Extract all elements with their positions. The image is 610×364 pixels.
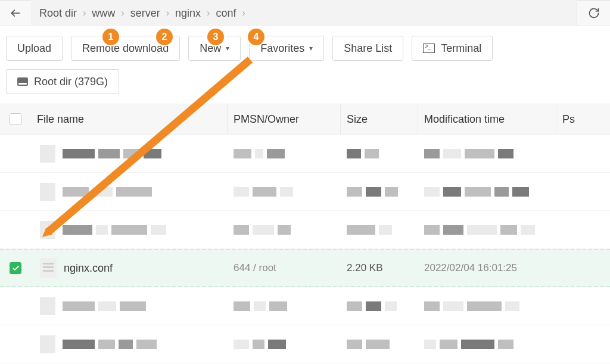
chevron-right-icon: › bbox=[166, 8, 169, 18]
breadcrumb-item-nginx[interactable]: nginx bbox=[173, 7, 203, 20]
table-row[interactable] bbox=[0, 173, 610, 211]
chevron-right-icon: › bbox=[207, 8, 210, 18]
file-mtime: 2022/02/04 16:01:25 bbox=[418, 262, 556, 274]
remote-download-label: Remote download bbox=[82, 42, 169, 55]
file-icon bbox=[40, 258, 57, 278]
col-filename[interactable]: File name bbox=[31, 104, 228, 135]
chevron-right-icon: › bbox=[242, 8, 245, 18]
share-list-button[interactable]: Share List bbox=[332, 36, 403, 61]
breadcrumb-item-conf[interactable]: conf bbox=[213, 7, 238, 20]
col-mtime[interactable]: Modification time bbox=[418, 104, 556, 135]
col-ps[interactable]: Ps bbox=[556, 104, 610, 135]
breadcrumb: Root dir › www › server › nginx › conf › bbox=[31, 0, 577, 26]
refresh-icon bbox=[588, 7, 600, 19]
annotation-badge-2: 2 bbox=[156, 29, 173, 45]
breadcrumb-item-rootdir[interactable]: Root dir bbox=[37, 7, 79, 20]
breadcrumb-item-server[interactable]: server bbox=[128, 7, 163, 20]
annotation-badge-1: 1 bbox=[102, 29, 119, 45]
root-dir-button[interactable]: Root dir (379G) bbox=[6, 69, 119, 94]
file-size: 2.20 KB bbox=[341, 262, 418, 274]
chevron-down-icon: ▾ bbox=[309, 44, 313, 52]
refresh-button[interactable] bbox=[577, 0, 610, 26]
table-row[interactable] bbox=[0, 325, 610, 363]
select-all-cell bbox=[0, 113, 31, 125]
annotation-badge-3: 3 bbox=[207, 29, 224, 45]
arrow-left-icon bbox=[10, 7, 21, 19]
annotation-badge-4: 4 bbox=[248, 29, 264, 45]
share-list-label: Share List bbox=[344, 42, 392, 55]
upload-label: Upload bbox=[17, 42, 51, 55]
table-row[interactable] bbox=[0, 135, 610, 173]
file-name: nginx.conf bbox=[64, 262, 113, 275]
row-checkbox[interactable] bbox=[10, 262, 21, 274]
table-row[interactable] bbox=[0, 211, 610, 249]
check-icon bbox=[12, 265, 20, 272]
chevron-right-icon: › bbox=[83, 8, 86, 18]
terminal-label: Terminal bbox=[441, 42, 481, 55]
col-size[interactable]: Size bbox=[341, 104, 418, 135]
select-all-checkbox[interactable] bbox=[10, 113, 21, 125]
breadcrumb-bar: Root dir › www › server › nginx › conf › bbox=[0, 0, 610, 26]
favorites-label: Favorites bbox=[260, 42, 304, 55]
toolbar: Upload Remote download New▾ Favorites▾ S… bbox=[0, 26, 610, 104]
file-pmsn: 644 / root bbox=[228, 262, 341, 274]
table-row-selected[interactable]: nginx.conf 644 / root 2.20 KB 2022/02/04… bbox=[0, 249, 610, 287]
upload-button[interactable]: Upload bbox=[6, 36, 63, 61]
terminal-button[interactable]: Terminal bbox=[412, 36, 493, 61]
terminal-icon bbox=[423, 43, 435, 53]
root-dir-label: Root dir (379G) bbox=[34, 76, 108, 88]
chevron-right-icon: › bbox=[121, 8, 124, 18]
back-button[interactable] bbox=[0, 0, 31, 26]
disk-icon bbox=[17, 77, 28, 86]
table-header: File name PMSN/Owner Size Modification t… bbox=[0, 104, 610, 135]
breadcrumb-item-www[interactable]: www bbox=[89, 7, 117, 20]
col-pmsn[interactable]: PMSN/Owner bbox=[228, 104, 341, 135]
table-row[interactable] bbox=[0, 287, 610, 325]
chevron-down-icon: ▾ bbox=[226, 44, 229, 52]
